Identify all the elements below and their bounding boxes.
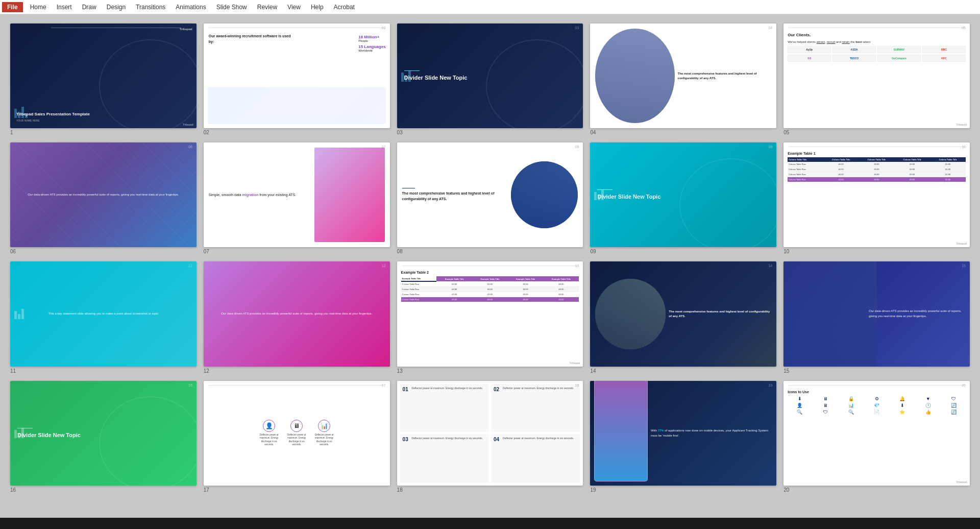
slide2-number: 02 [204,130,390,135]
menu-insert[interactable]: Insert [52,2,77,12]
slide14-para: The most comprehensive features and high… [669,309,771,319]
menu-review[interactable]: Review [252,2,282,12]
slide8-num: 08 [575,145,579,149]
icon-monitor: 🖥 [813,396,837,401]
icon-user: 👤 [788,403,812,408]
slide-9[interactable]: Divider Slide New Topic 09 [590,142,776,247]
slide17-icon3: 📊 Deflector power at maximum. Energy dis… [313,420,335,446]
slide1-brand: Tribepad [180,28,192,31]
slide-17[interactable]: 17 👤 Deflector power at maximum. Energy … [204,381,390,486]
slide2-line [209,28,385,28]
slide18-item2: 02 Deflector power at maximum. Energy di… [491,384,580,432]
slide-wrapper-3: 03 Divider Slide New Topic 03 [397,23,583,135]
menu-view[interactable]: View [282,2,306,12]
slide-wrapper-9: Divider Slide New Topic 09 09 [590,142,776,254]
slide15-number: 15 [783,368,970,374]
logo-gocompare: GoCompare [877,55,921,62]
slide-11[interactable]: This a key statement slide allowing you … [10,261,197,366]
slide17-icon3-label: Deflector power at maximum. Energy disch… [313,434,335,446]
icon-lock: 🔒 [839,396,863,401]
slide11-num: 11 [188,264,192,268]
slide-18[interactable]: 18 01 Deflector power at maximum. Energy… [397,381,583,486]
slide9-num: 09 [768,145,772,149]
slide-5[interactable]: 05 Our Clients. We've helped clients att… [783,23,970,128]
menu-bar: File Home Insert Draw Design Transitions… [0,0,980,14]
slide-wrapper-6: Our data-driven ATS provides an incredib… [10,142,197,254]
slide18-text1: Deflector power at maximum. Energy disch… [412,387,483,430]
slide19-text: With 77% of applications now done on mob… [651,385,772,482]
slide19-phone-wrap [594,385,648,482]
slide3-title: Divider Slide New Topic [404,74,576,81]
slide-1[interactable]: Tribepad Tribepad Sales Presentation Tem… [10,23,197,128]
slide10-line [789,147,965,147]
slide-12[interactable]: Our data-driven ATS provides an incredib… [204,261,390,366]
logo-tesco: TESCO [832,55,876,62]
slide18-item3: 03 Deflector power at maximum. Energy di… [400,434,489,483]
slide-19[interactable]: With 77% of applications now done on mob… [590,381,776,486]
icon-shield: 🛡 [942,396,966,401]
slide17-icons-row: 👤 Deflector power at maximum. Energy dis… [258,386,335,480]
slide-2[interactable]: 02 Our award-winning recruitment softwar… [204,23,390,128]
slides-grid: Tribepad Tribepad Sales Presentation Tem… [10,23,970,493]
icon-doc: 📄 [865,410,889,415]
slide19-number: 19 [590,487,776,493]
slide7-text: Simple, smooth data migration from your … [209,148,310,242]
slide-4[interactable]: The most comprehensive features and high… [590,23,776,128]
presentation-area: Tribepad Tribepad Sales Presentation Tem… [0,14,980,518]
menu-design[interactable]: Design [102,2,131,12]
slide20-tribepad: Tribepad [956,480,967,484]
slide8-para: The most comprehensive features and high… [402,191,508,202]
slide5-line [789,28,965,28]
slide2-stat1-label: People [358,39,385,42]
slide10-title: Example Table 1 [788,152,966,155]
slide-15[interactable]: Our data-driven ATS provides an incredib… [783,261,970,366]
slide6-num: 06 [188,145,192,149]
icon-settings: ⚙ [865,396,889,401]
slide2-num: 02 [382,26,386,30]
slide11-bars [14,309,24,319]
slide-16[interactable]: Divider Slide New Topic 16 [10,381,197,486]
slide17-num: 17 [382,383,386,387]
slide-10[interactable]: 10 Example Table 1 Column Table Title Co… [783,142,970,247]
slide-20[interactable]: 20 Icons to Use ⬇ 🖥 🔒 ⚙ 🔔 ▼ 🛡 👤 🖥 📊 💎 [783,381,970,486]
slide-13[interactable]: 13 Example Table 2 Example Table Title E… [397,261,583,366]
slide2-stats: 18 Million+ People 15 Languages Worldwid… [358,35,385,52]
icon-cycle: 🔄 [942,410,966,415]
slide12-num: 12 [382,264,386,268]
menu-animations[interactable]: Animations [170,2,211,12]
slide8-number: 08 [397,249,583,254]
slide7-img [314,148,385,242]
icon-clock: 🕐 [916,403,940,408]
slide18-text2: Deflector power at maximum. Energy disch… [503,387,574,430]
file-menu-button[interactable]: File [2,2,23,12]
menu-home[interactable]: Home [25,2,52,12]
slide18-item1: 01 Deflector power at maximum. Energy di… [400,384,489,432]
slide16-num: 16 [188,383,192,387]
slide4-img [595,29,674,123]
slide20-number: 20 [783,487,970,493]
slide13-number: 13 [397,368,583,374]
menu-help[interactable]: Help [306,2,329,12]
slide-7[interactable]: Simple, smooth data migration from your … [204,142,390,247]
slide-6[interactable]: Our data-driven ATS provides an incredib… [10,142,197,247]
slide18-text3: Deflector power at maximum. Energy disch… [412,437,483,480]
icon-bell: 🔔 [890,396,914,401]
slide3-circle [486,39,583,129]
slide-wrapper-10: 10 Example Table 1 Column Table Title Co… [783,142,970,254]
slide-3[interactable]: 03 Divider Slide New Topic [397,23,583,128]
slide-8[interactable]: The most comprehensive features and high… [397,142,583,247]
slide18-num4: 04 [494,437,501,480]
menu-transitions[interactable]: Transitions [131,2,170,12]
menu-acrobat[interactable]: Acrobat [329,2,360,12]
slide3-number: 03 [397,130,583,135]
logo-asda: ASDA [832,46,876,53]
slide13-title: Example Table 2 [401,271,579,274]
slide-14[interactable]: The most comprehensive features and high… [590,261,776,366]
slide7-num: 07 [382,145,386,149]
slide11-text: This a key statement slide allowing you … [48,311,159,317]
slide-wrapper-5: 05 Our Clients. We've helped clients att… [783,23,970,135]
slide2-stat2-label: Worldwide [358,49,385,52]
menu-draw[interactable]: Draw [77,2,102,12]
menu-slideshow[interactable]: Slide Show [211,2,252,12]
slide18-number: 18 [397,487,583,493]
